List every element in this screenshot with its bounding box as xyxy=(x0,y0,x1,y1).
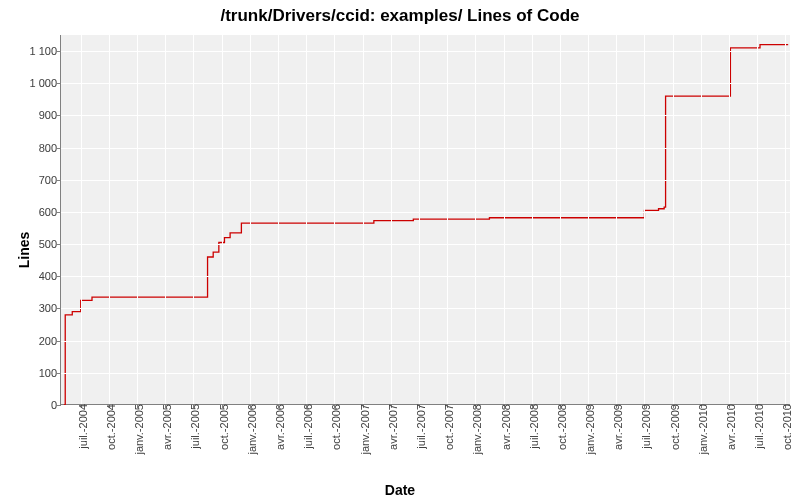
y-gridline xyxy=(61,115,790,116)
x-gridline xyxy=(475,35,476,404)
y-gridline xyxy=(61,83,790,84)
y-tick-label: 0 xyxy=(51,399,61,411)
y-tick-label: 700 xyxy=(39,174,61,186)
y-gridline xyxy=(61,51,790,52)
line-series xyxy=(61,35,791,405)
x-gridline xyxy=(81,35,82,404)
y-tick-label: 1 100 xyxy=(29,45,61,57)
chart-container: /trunk/Drivers/ccid: examples/ Lines of … xyxy=(0,0,800,500)
y-gridline xyxy=(61,373,790,374)
x-gridline xyxy=(278,35,279,404)
y-gridline xyxy=(61,276,790,277)
x-tick-label: oct.-2004 xyxy=(101,404,117,450)
y-tick-label: 200 xyxy=(39,335,61,347)
x-gridline xyxy=(334,35,335,404)
x-tick-label: juil.-2010 xyxy=(749,404,765,449)
x-gridline xyxy=(391,35,392,404)
x-tick-label: juil.-2005 xyxy=(185,404,201,449)
x-tick-label: juil.-2006 xyxy=(298,404,314,449)
x-gridline xyxy=(419,35,420,404)
x-gridline xyxy=(729,35,730,404)
x-gridline xyxy=(363,35,364,404)
x-tick-label: juil.-2004 xyxy=(73,404,89,449)
y-tick-label: 600 xyxy=(39,206,61,218)
x-gridline xyxy=(165,35,166,404)
x-tick-label: avr.-2008 xyxy=(496,404,512,450)
x-tick-label: oct.-2007 xyxy=(439,404,455,450)
x-tick-label: janv.-2010 xyxy=(693,404,709,455)
x-axis-label: Date xyxy=(0,482,800,498)
y-tick-label: 800 xyxy=(39,142,61,154)
x-tick-label: oct.-2010 xyxy=(777,404,793,450)
chart-title: /trunk/Drivers/ccid: examples/ Lines of … xyxy=(0,6,800,26)
x-gridline xyxy=(757,35,758,404)
data-line xyxy=(64,45,788,405)
x-tick-label: avr.-2005 xyxy=(157,404,173,450)
x-gridline xyxy=(504,35,505,404)
x-gridline xyxy=(560,35,561,404)
x-gridline xyxy=(137,35,138,404)
y-gridline xyxy=(61,180,790,181)
x-gridline xyxy=(109,35,110,404)
x-gridline xyxy=(250,35,251,404)
x-gridline xyxy=(588,35,589,404)
x-tick-label: oct.-2008 xyxy=(552,404,568,450)
x-tick-label: juil.-2007 xyxy=(411,404,427,449)
x-tick-label: janv.-2006 xyxy=(242,404,258,455)
x-gridline xyxy=(306,35,307,404)
x-gridline xyxy=(447,35,448,404)
y-axis-label: Lines xyxy=(16,232,32,269)
y-tick-label: 300 xyxy=(39,302,61,314)
x-tick-label: juil.-2009 xyxy=(636,404,652,449)
x-tick-label: janv.-2009 xyxy=(580,404,596,455)
x-tick-label: avr.-2007 xyxy=(383,404,399,450)
y-gridline xyxy=(61,341,790,342)
y-gridline xyxy=(61,308,790,309)
x-tick-label: avr.-2010 xyxy=(721,404,737,450)
y-gridline xyxy=(61,212,790,213)
x-gridline xyxy=(193,35,194,404)
x-gridline xyxy=(532,35,533,404)
x-tick-label: janv.-2005 xyxy=(129,404,145,455)
x-gridline xyxy=(644,35,645,404)
x-tick-label: janv.-2007 xyxy=(355,404,371,455)
y-gridline xyxy=(61,244,790,245)
y-tick-label: 400 xyxy=(39,270,61,282)
x-tick-label: avr.-2006 xyxy=(270,404,286,450)
x-tick-label: janv.-2008 xyxy=(467,404,483,455)
x-gridline xyxy=(616,35,617,404)
y-tick-label: 100 xyxy=(39,367,61,379)
x-gridline xyxy=(785,35,786,404)
x-tick-label: avr.-2009 xyxy=(608,404,624,450)
x-tick-label: juil.-2008 xyxy=(524,404,540,449)
x-gridline xyxy=(701,35,702,404)
y-tick-label: 500 xyxy=(39,238,61,250)
plot-area: 01002003004005006007008009001 0001 100ju… xyxy=(60,35,790,405)
y-tick-label: 1 000 xyxy=(29,77,61,89)
x-tick-label: oct.-2005 xyxy=(214,404,230,450)
y-tick-label: 900 xyxy=(39,109,61,121)
x-gridline xyxy=(222,35,223,404)
x-tick-label: oct.-2006 xyxy=(326,404,342,450)
y-gridline xyxy=(61,148,790,149)
x-tick-label: oct.-2009 xyxy=(665,404,681,450)
x-gridline xyxy=(673,35,674,404)
